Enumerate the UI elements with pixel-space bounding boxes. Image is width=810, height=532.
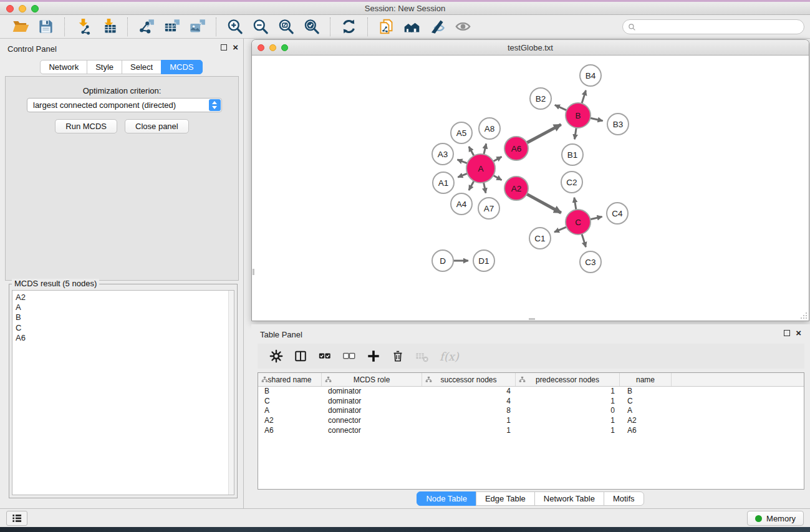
node-A1[interactable]: A1 bbox=[433, 172, 454, 193]
network-canvas[interactable]: B4B2BB3A8A5A6B1A3AA1C2A2A4A7C4CC1DD1C3 bbox=[252, 56, 809, 321]
node-A8[interactable]: A8 bbox=[479, 118, 500, 139]
node-C[interactable]: C bbox=[566, 210, 591, 235]
refresh-button[interactable] bbox=[336, 17, 362, 36]
node-A4[interactable]: A4 bbox=[451, 193, 472, 215]
result-item[interactable]: A bbox=[12, 302, 234, 312]
node-A6[interactable]: A6 bbox=[504, 137, 528, 160]
import-network-button[interactable] bbox=[70, 17, 96, 36]
edge-A-A1[interactable] bbox=[458, 173, 467, 177]
close-panel-button[interactable]: Close panel bbox=[125, 119, 189, 133]
tab-mcds[interactable]: MCDS bbox=[161, 60, 202, 74]
result-item[interactable]: A6 bbox=[12, 333, 234, 343]
save-session-button[interactable] bbox=[33, 17, 59, 36]
network-window-titlebar[interactable]: testGlobe.txt bbox=[252, 40, 809, 56]
node-B1[interactable]: B1 bbox=[562, 144, 583, 165]
open-session-button[interactable] bbox=[7, 17, 33, 36]
zoom-fit-button[interactable] bbox=[273, 17, 299, 36]
node-B[interactable]: B bbox=[566, 103, 591, 128]
edge-A6-B[interactable] bbox=[527, 125, 561, 143]
tab-select[interactable]: Select bbox=[122, 60, 162, 74]
node-B2[interactable]: B2 bbox=[530, 88, 551, 109]
edge-A-A5[interactable] bbox=[469, 147, 474, 156]
node-A[interactable]: A bbox=[466, 154, 495, 183]
node-C4[interactable]: C4 bbox=[607, 203, 628, 224]
node-C1[interactable]: C1 bbox=[529, 228, 551, 249]
edge-B-B1[interactable] bbox=[575, 128, 577, 140]
table-row[interactable]: A6connector11A6 bbox=[258, 426, 804, 436]
node-C3[interactable]: C3 bbox=[580, 251, 601, 273]
show-details-button[interactable] bbox=[450, 17, 476, 36]
node-D1[interactable]: D1 bbox=[473, 250, 494, 271]
tab-node-table[interactable]: Node Table bbox=[417, 491, 476, 506]
edge-A-A2[interactable] bbox=[493, 175, 501, 180]
node-A2[interactable]: A2 bbox=[504, 177, 528, 200]
table-row[interactable]: Cdominator41C bbox=[258, 397, 804, 407]
tab-network[interactable]: Network bbox=[40, 60, 87, 74]
hide-details-button[interactable] bbox=[425, 17, 450, 36]
zoom-selected-button[interactable] bbox=[299, 17, 324, 36]
column-header-predecessor-nodes[interactable]: predecessor nodes bbox=[516, 373, 620, 386]
zoom-out-button[interactable] bbox=[248, 17, 273, 36]
node-A5[interactable]: A5 bbox=[451, 122, 472, 143]
node-D[interactable]: D bbox=[432, 250, 453, 271]
edge-C-C1[interactable] bbox=[554, 227, 567, 232]
column-header-MCDS-role[interactable]: MCDS role bbox=[322, 373, 422, 386]
edge-B-B4[interactable] bbox=[582, 90, 586, 104]
criterion-select[interactable]: largest connected component (directed) bbox=[27, 98, 222, 112]
add-column-button[interactable] bbox=[367, 349, 380, 363]
export-image-button[interactable] bbox=[185, 17, 210, 36]
tab-network-table[interactable]: Network Table bbox=[534, 491, 604, 506]
search-field[interactable] bbox=[622, 19, 804, 34]
result-item[interactable]: A2 bbox=[12, 293, 234, 302]
node-C2[interactable]: C2 bbox=[561, 172, 582, 193]
column-visibility-button[interactable] bbox=[294, 349, 307, 363]
delete-column-button[interactable] bbox=[391, 349, 405, 363]
node-B4[interactable]: B4 bbox=[580, 65, 601, 86]
edge-C-C3[interactable] bbox=[582, 234, 586, 247]
edge-A-A3[interactable] bbox=[457, 160, 467, 163]
edge-C-C4[interactable] bbox=[591, 216, 602, 219]
edge-C-C2[interactable] bbox=[574, 198, 576, 210]
zoom-in-button[interactable] bbox=[222, 17, 248, 36]
search-input[interactable] bbox=[639, 21, 800, 32]
memory-button[interactable]: Memory bbox=[747, 511, 804, 526]
table-row[interactable]: Adominator80A bbox=[258, 406, 804, 416]
tab-motifs[interactable]: Motifs bbox=[604, 491, 644, 506]
run-mcds-button[interactable]: Run MCDS bbox=[55, 119, 117, 133]
node-B3[interactable]: B3 bbox=[607, 114, 629, 135]
result-item[interactable]: B bbox=[12, 312, 234, 322]
edge-A-A7[interactable] bbox=[484, 183, 486, 193]
select-all-button[interactable] bbox=[318, 349, 332, 363]
edge-B-B2[interactable] bbox=[555, 105, 567, 110]
clone-network-button[interactable] bbox=[374, 17, 399, 36]
task-history-button[interactable] bbox=[6, 511, 27, 526]
settings-button[interactable] bbox=[269, 349, 283, 363]
node-A7[interactable]: A7 bbox=[478, 198, 499, 219]
edge-A2-C[interactable] bbox=[527, 194, 561, 213]
mcds-result-list[interactable]: A2ABCA6 bbox=[12, 290, 234, 495]
resize-grip[interactable] bbox=[799, 311, 808, 319]
import-table-button[interactable] bbox=[96, 17, 122, 36]
edge-B-B3[interactable] bbox=[591, 118, 603, 120]
edge-A-A6[interactable] bbox=[493, 157, 501, 162]
close-panel-icon-button[interactable]: × bbox=[233, 44, 238, 51]
export-network-button[interactable] bbox=[133, 17, 159, 36]
result-item[interactable]: C bbox=[12, 323, 234, 333]
column-header-shared-name[interactable]: shared name bbox=[258, 373, 322, 386]
edge-A-A4[interactable] bbox=[469, 181, 474, 190]
table-row[interactable]: Bdominator41B bbox=[258, 387, 804, 397]
home-button[interactable] bbox=[399, 17, 425, 36]
edge-A-A8[interactable] bbox=[484, 143, 486, 154]
tab-style[interactable]: Style bbox=[87, 60, 122, 74]
column-header-filler[interactable] bbox=[672, 373, 804, 386]
deselect-all-button[interactable] bbox=[342, 349, 356, 363]
tab-edge-table[interactable]: Edge Table bbox=[476, 491, 535, 506]
column-header-name[interactable]: name bbox=[620, 373, 672, 386]
close-table-panel-button[interactable]: × bbox=[796, 329, 801, 337]
node-table[interactable]: shared nameMCDS rolesuccessor nodesprede… bbox=[258, 372, 804, 490]
export-table-button[interactable] bbox=[159, 17, 185, 36]
result-list-scrollbar[interactable] bbox=[228, 291, 234, 495]
column-header-successor-nodes[interactable]: successor nodes bbox=[422, 373, 516, 386]
float-table-panel-button[interactable] bbox=[784, 330, 790, 336]
node-A3[interactable]: A3 bbox=[432, 143, 453, 165]
